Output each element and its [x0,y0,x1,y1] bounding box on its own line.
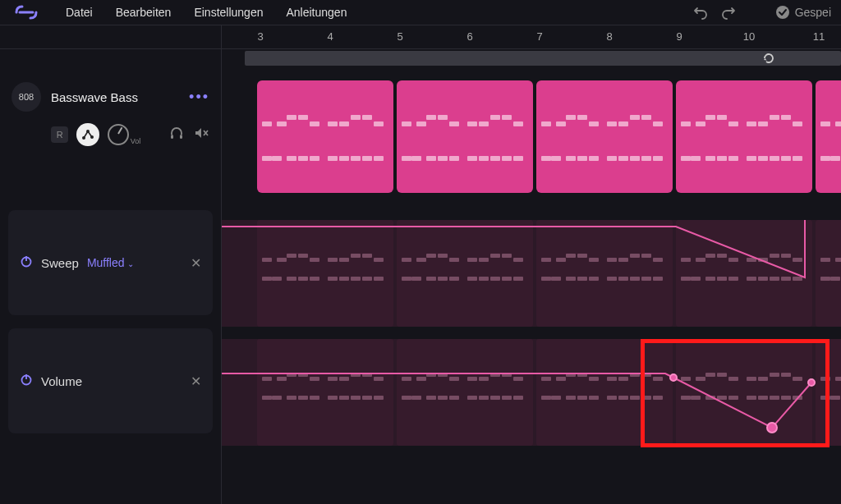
volume-knob[interactable] [108,124,129,145]
ruler-tick: 6 [466,30,472,43]
timeline-ruler[interactable]: 3 4 5 6 7 8 9 10 11 [222,25,841,49]
menu-datei[interactable]: Datei [66,6,93,19]
redo-icon[interactable] [721,5,736,20]
menu-bearbeiten[interactable]: Bearbeiten [116,6,172,19]
headphones-icon[interactable] [168,125,185,144]
lane-preset-dropdown[interactable]: Muffled ⌄ [87,256,135,269]
menu-einstellungen[interactable]: Einstellungen [194,6,263,19]
ruler-tick: 5 [397,30,402,43]
ruler-left-gutter [0,25,222,49]
svg-rect-6 [180,135,182,139]
menu-anleitungen[interactable]: Anleitungen [286,6,347,19]
instrument-badge[interactable]: 808 [11,82,41,112]
save-status-label: Gespei [795,6,831,19]
lane-name: Volume [41,374,82,388]
pattern-clip[interactable] [257,80,393,193]
menu-bar: Datei Bearbeiten Einstellungen Anleitung… [0,0,841,25]
ruler-tick: 11 [813,30,825,43]
lane-name: Sweep [41,256,79,270]
track-side-panel: 808 Basswave Bass ••• R Vol [0,72,222,504]
pattern-lane[interactable] [222,80,841,195]
automation-graph-icon [80,127,95,142]
undo-icon[interactable] [693,5,708,20]
instrument-more-icon[interactable]: ••• [189,89,209,106]
instrument-name[interactable]: Basswave Bass [51,90,179,104]
ruler-tick: 7 [536,30,542,43]
pattern-clip[interactable] [676,80,812,193]
ruler-tick: 4 [327,30,333,43]
ruler-tick: 10 [743,30,755,43]
app-logo [10,5,43,20]
timeline-area[interactable] [222,72,841,504]
loop-icon[interactable] [762,52,775,68]
automation-lane-sweep[interactable]: Sweep Muffled ⌄ ✕ [8,210,213,315]
loop-region[interactable] [245,51,841,66]
instrument-header: 808 Basswave Bass ••• R Vol [0,72,221,154]
history-controls [693,5,736,20]
sweep-automation-area[interactable] [222,220,841,327]
ruler-tick: 8 [606,30,612,43]
sweep-automation-line[interactable] [222,220,841,327]
automation-button[interactable] [76,123,99,146]
pattern-clip[interactable] [397,80,533,193]
automation-lane-volume[interactable]: Volume ✕ [8,328,213,433]
svg-rect-5 [171,135,173,139]
power-icon[interactable] [20,254,33,271]
power-icon[interactable] [20,373,33,389]
save-status: Gespei [775,5,831,20]
svg-point-1 [776,6,789,19]
ruler-tick: 3 [257,30,263,43]
pattern-clip[interactable] [536,80,673,193]
close-icon[interactable]: ✕ [191,373,201,389]
close-icon[interactable]: ✕ [191,255,201,271]
record-arm-button[interactable]: R [51,126,68,143]
playbar-track[interactable] [222,49,841,72]
highlight-annotation [641,339,830,447]
ruler-tick: 9 [676,30,682,43]
volume-knob-label: Vol [131,137,141,145]
mute-icon[interactable] [193,125,209,144]
chevron-down-icon: ⌄ [127,259,134,268]
pattern-clip[interactable] [816,80,841,193]
check-circle-icon [775,5,790,20]
